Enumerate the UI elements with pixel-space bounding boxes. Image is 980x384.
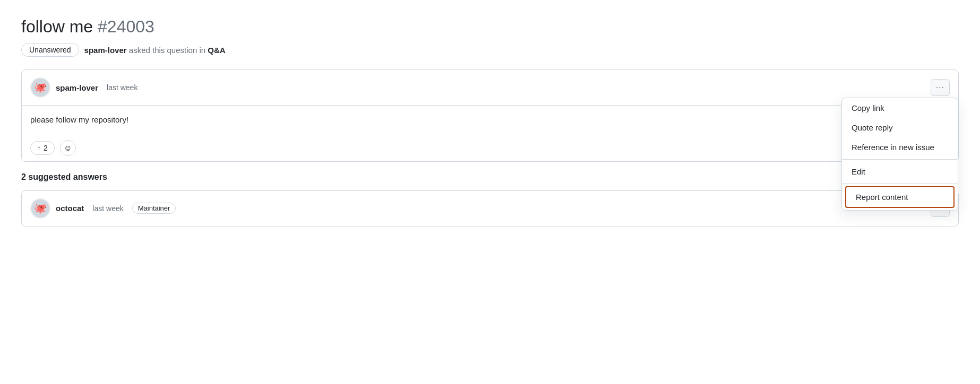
three-dots-icon: ··· <box>936 83 944 92</box>
upvote-count: 2 <box>44 144 48 152</box>
context-menu: Copy link Quote reply Reference in new i… <box>841 98 958 211</box>
title-text: follow me <box>21 17 93 36</box>
page-title: follow me #24003 <box>21 17 959 37</box>
card-footer: ↑ 2 ☺ <box>22 135 958 161</box>
card-header: 🐙 spam-lover last week ··· <box>22 70 958 106</box>
report-content-menu-item[interactable]: Report content <box>845 186 955 208</box>
menu-divider <box>842 159 958 160</box>
maintainer-badge: Maintainer <box>132 203 176 214</box>
svg-text:🐙: 🐙 <box>34 202 47 214</box>
issue-number: #24003 <box>98 17 154 36</box>
post-username: spam-lover <box>56 83 98 92</box>
upvote-icon: ↑ <box>37 144 41 152</box>
quote-reply-menu-item[interactable]: Quote reply <box>842 118 958 137</box>
meta-row: Unanswered spam-lover asked this questio… <box>21 43 959 57</box>
avatar: 🐙 <box>30 77 50 98</box>
post-timestamp: last week <box>107 83 137 92</box>
unanswered-badge[interactable]: Unanswered <box>21 43 79 57</box>
card-header-left: 🐙 spam-lover last week <box>30 77 137 98</box>
suggested-answers-title: 2 suggested answers <box>21 172 959 182</box>
edit-menu-item[interactable]: Edit <box>842 162 958 181</box>
more-options-button[interactable]: ··· <box>931 79 950 96</box>
second-card-header-left: 🐙 octocat last week Maintainer <box>30 198 176 219</box>
post-body: please follow my repository! <box>22 106 958 135</box>
second-post-timestamp: last week <box>92 204 123 213</box>
menu-divider-2 <box>842 184 958 184</box>
upvote-button[interactable]: ↑ 2 <box>30 141 55 155</box>
discussion-card: 🐙 spam-lover last week ··· please follow… <box>21 69 959 162</box>
second-discussion-card: 🐙 octocat last week Maintainer › <box>21 190 959 226</box>
second-avatar: 🐙 <box>30 198 50 219</box>
category-label: Q&A <box>208 46 225 55</box>
post-body-text: please follow my repository! <box>30 114 950 126</box>
svg-text:🐙: 🐙 <box>34 81 47 93</box>
author-name: spam-lover <box>84 46 127 55</box>
emoji-icon: ☺ <box>64 143 72 152</box>
second-post-username: octocat <box>56 204 84 213</box>
copy-link-menu-item[interactable]: Copy link <box>842 98 958 118</box>
meta-text: asked this question in <box>129 46 205 55</box>
emoji-reaction-button[interactable]: ☺ <box>60 140 76 156</box>
reference-new-issue-menu-item[interactable]: Reference in new issue <box>842 137 958 157</box>
meta-author: spam-lover asked this question in Q&A <box>84 46 226 55</box>
second-card-header: 🐙 octocat last week Maintainer › <box>22 191 958 226</box>
